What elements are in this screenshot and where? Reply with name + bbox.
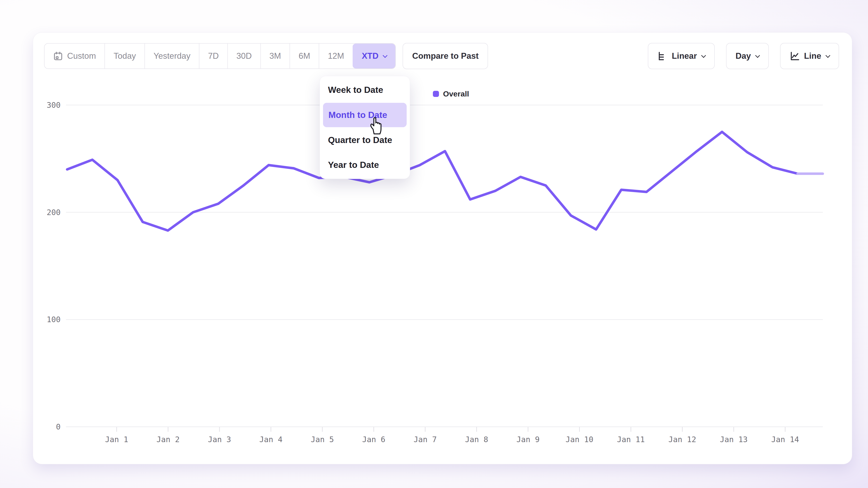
svg-text:Jan 4: Jan 4 [259,435,282,444]
svg-text:Jan 8: Jan 8 [465,435,488,444]
range-xtd[interactable]: XTD [352,43,395,68]
svg-text:Jan 7: Jan 7 [414,435,437,444]
toolbar: Custom Today Yesterday 7D 30D 3M 6M 12M … [44,43,839,69]
range-6m[interactable]: 6M [289,43,319,68]
svg-text:Jan 11: Jan 11 [617,435,645,444]
granularity-select-button[interactable]: Day [726,43,769,69]
svg-text:Jan 6: Jan 6 [362,435,385,444]
xtd-dropdown-menu: Week to Date Month to Date Quarter to Da… [320,76,410,179]
menu-item-year-to-date[interactable]: Year to Date [320,153,410,177]
range-3m[interactable]: 3M [260,43,289,68]
menu-item-label: Year to Date [328,160,379,170]
chevron-down-icon [701,53,706,58]
scale-select-label: Linear [672,51,697,61]
svg-text:100: 100 [47,315,61,324]
range-30d-label: 30D [237,51,252,61]
menu-item-label: Month to Date [329,110,387,120]
menu-item-quarter-to-date[interactable]: Quarter to Date [320,128,410,153]
compare-to-past-label: Compare to Past [412,51,478,61]
svg-text:Jan 5: Jan 5 [311,435,334,444]
legend-label: Overall [443,90,469,98]
linear-scale-icon [657,51,668,61]
chart-legend: Overall [433,90,469,98]
date-range-segmented-control: Custom Today Yesterday 7D 30D 3M 6M 12M … [44,43,396,69]
range-today[interactable]: Today [104,43,145,68]
svg-text:Jan 3: Jan 3 [208,435,231,444]
range-xtd-label: XTD [362,51,378,61]
range-12m[interactable]: 12M [319,43,352,68]
svg-text:0: 0 [56,422,61,431]
range-today-label: Today [114,51,136,61]
svg-text:Jan 1: Jan 1 [105,435,128,444]
menu-item-month-to-date[interactable]: Month to Date [323,103,407,127]
range-7d[interactable]: 7D [199,43,227,68]
chevron-down-icon [383,53,388,58]
range-yesterday-label: Yesterday [153,51,190,61]
granularity-select-label: Day [736,51,751,61]
compare-to-past-button[interactable]: Compare to Past [403,43,488,69]
line-chart-icon [789,51,800,61]
range-30d[interactable]: 30D [227,43,260,68]
svg-text:300: 300 [47,101,61,109]
svg-text:Jan 9: Jan 9 [517,435,539,444]
menu-item-label: Quarter to Date [328,135,392,145]
svg-text:Jan 14: Jan 14 [771,435,799,444]
svg-text:200: 200 [47,208,61,217]
svg-text:Jan 2: Jan 2 [156,435,180,444]
range-6m-label: 6M [299,51,310,61]
range-custom[interactable]: Custom [44,43,104,68]
range-yesterday[interactable]: Yesterday [145,43,199,68]
chart-type-select-label: Line [804,51,821,61]
range-7d-label: 7D [208,51,219,61]
range-3m-label: 3M [270,51,281,61]
range-custom-label: Custom [67,51,96,61]
svg-text:Jan 13: Jan 13 [720,435,748,444]
menu-item-label: Week to Date [328,85,383,95]
legend-swatch [433,91,439,97]
view-controls: Linear Day Line [648,43,839,69]
scale-select-button[interactable]: Linear [648,43,715,69]
chevron-down-icon [755,53,760,58]
menu-item-week-to-date[interactable]: Week to Date [320,77,410,102]
chart-type-select-button[interactable]: Line [780,43,839,69]
chevron-down-icon [826,53,830,58]
calendar-icon [53,51,63,61]
range-12m-label: 12M [328,51,344,61]
svg-text:Jan 10: Jan 10 [565,435,593,444]
svg-text:Jan 12: Jan 12 [669,435,696,444]
